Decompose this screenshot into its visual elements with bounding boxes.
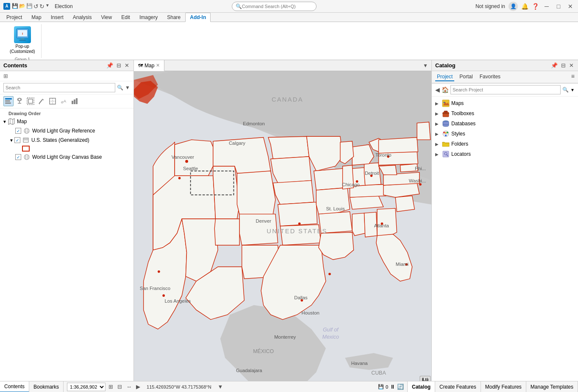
catalog-search-input[interactable]: [450, 85, 561, 94]
dropdown-btn[interactable]: ▼: [45, 3, 50, 10]
user-avatar[interactable]: 👤: [509, 2, 518, 11]
catalog-tab-portal[interactable]: Portal: [458, 73, 474, 81]
contents-toolbar: aA: [0, 94, 133, 108]
quick-access-btn2[interactable]: 📂: [19, 3, 25, 10]
tab-edit[interactable]: Edit: [117, 13, 135, 22]
toolboxes-expand-icon[interactable]: ▶: [435, 111, 440, 116]
catalog-back-btn[interactable]: ◀: [435, 86, 440, 93]
map-tab-close[interactable]: ✕: [156, 63, 160, 68]
wlgcb-icon: [23, 153, 31, 161]
contents-search-btn[interactable]: 🔍: [117, 85, 123, 91]
help-btn[interactable]: ❓: [532, 3, 539, 10]
databases-expand-icon[interactable]: ▶: [435, 121, 440, 126]
catalog-bottom-tab-modify[interactable]: Modify Features: [481, 381, 526, 392]
close-btn[interactable]: ✕: [566, 2, 575, 11]
maps-expand-icon[interactable]: ▶: [435, 101, 440, 106]
undo-btn[interactable]: ↺: [33, 3, 39, 10]
catalog-tab-menu[interactable]: ≡: [571, 73, 575, 81]
svg-point-91: [443, 132, 445, 133]
tab-insert[interactable]: Insert: [46, 13, 68, 22]
catalog-tab-project[interactable]: Project: [435, 73, 454, 81]
redo-btn[interactable]: ↻: [39, 3, 44, 10]
styles-expand-icon[interactable]: ▶: [435, 132, 440, 136]
map-tree-item[interactable]: ▼ Map: [0, 117, 133, 126]
contents-search-dropdown[interactable]: ▼: [125, 85, 130, 91]
toolboxes-icon: [442, 110, 450, 117]
layer-wlgcb[interactable]: World Light Gray Canvas Base: [0, 152, 133, 162]
notification-btn[interactable]: 🔔: [521, 3, 528, 10]
svg-point-28: [24, 128, 29, 133]
locators-expand-icon[interactable]: ▶: [435, 152, 440, 157]
layer-wlgr[interactable]: World Light Gray Reference: [0, 126, 133, 135]
catalog-search-dropdown[interactable]: ▼: [570, 88, 575, 92]
states-expand[interactable]: ▼: [8, 138, 14, 143]
scale-selector[interactable]: 1:36,268,902: [67, 383, 106, 391]
catalog-bottom-tab-manage[interactable]: Manage Templates: [526, 381, 578, 392]
wlgcb-label: World Light Gray Canvas Base: [32, 154, 102, 160]
tool-list-by-editing[interactable]: [36, 96, 47, 106]
catalog-pin-btn[interactable]: 📌: [550, 62, 559, 69]
catalog-search-bar: ◀ 🏠 🔍 ▼: [432, 83, 578, 97]
tab-addin[interactable]: Add-In: [185, 13, 211, 22]
map-expand[interactable]: ▼: [2, 119, 8, 124]
map-tab-dropdown[interactable]: ▼: [420, 63, 431, 69]
catalog-auto-hide-btn[interactable]: ⊟: [560, 62, 567, 69]
map-tool-btn4[interactable]: ▶: [135, 384, 142, 390]
tool-list-by-charts[interactable]: [69, 96, 80, 106]
coord-dropdown[interactable]: ▼: [217, 384, 225, 390]
contents-auto-hide-btn[interactable]: ⊟: [116, 62, 122, 69]
status-pause-btn[interactable]: ⏸: [390, 384, 395, 390]
quick-access-btn[interactable]: 💾: [12, 3, 18, 10]
command-search-input[interactable]: [242, 4, 310, 9]
catalog-close-btn[interactable]: ✕: [568, 62, 575, 69]
tab-view[interactable]: View: [96, 13, 117, 22]
wlgcb-checkbox[interactable]: [15, 154, 21, 160]
layer-wlgr-label: World Light Gray Reference: [32, 128, 95, 134]
tool-list-by-labeling[interactable]: aA: [58, 96, 69, 106]
popup-customized-btn[interactable]: i Pop-up (Customized): [7, 24, 38, 56]
catalog-item-toolboxes[interactable]: ▶ Toolboxes: [432, 108, 578, 119]
tool-list-by-source[interactable]: [14, 96, 25, 106]
layer-wlgr-checkbox[interactable]: [15, 128, 21, 134]
tab-project[interactable]: Project: [2, 13, 27, 22]
catalog-item-maps[interactable]: ▶ Maps: [432, 98, 578, 108]
states-checkbox[interactable]: [14, 137, 20, 143]
map-canvas[interactable]: CANADA Edmonton Calgary Vancouver Seattl…: [134, 71, 431, 381]
catalog-item-styles[interactable]: ▶ Styles: [432, 129, 578, 139]
filter-icon[interactable]: ⊞: [3, 73, 8, 79]
catalog-search-btn[interactable]: 🔍: [562, 87, 569, 93]
contents-close-btn[interactable]: ✕: [124, 62, 130, 69]
tool-list-by-snapping[interactable]: [47, 96, 58, 106]
command-search-box[interactable]: 🔍: [232, 2, 317, 11]
bottom-tab-contents[interactable]: Contents: [0, 381, 29, 392]
catalog-item-folders[interactable]: ▶ Folders: [432, 139, 578, 149]
tab-share[interactable]: Share: [162, 13, 185, 22]
map-tool-btn3[interactable]: ↔: [125, 384, 133, 390]
layer-usstates[interactable]: ▼ U.S. States (Generalized): [0, 135, 133, 145]
tool-list-by-selection[interactable]: [25, 96, 36, 106]
catalog-bottom-tab-create[interactable]: Create Features: [435, 381, 481, 392]
map-tool-btn1[interactable]: ⊞: [107, 384, 114, 390]
svg-rect-24: [76, 98, 78, 104]
minimize-btn[interactable]: ─: [542, 2, 551, 11]
catalog-bottom-tab-catalog[interactable]: Catalog: [408, 381, 435, 392]
folders-expand-icon[interactable]: ▶: [435, 142, 440, 146]
contents-search-input[interactable]: [3, 83, 115, 92]
tab-map[interactable]: Map: [27, 13, 46, 22]
catalog-item-databases[interactable]: ▶ Databases: [432, 119, 578, 129]
tab-analysis[interactable]: Analysis: [68, 13, 97, 22]
map-tab[interactable]: 🗺 Map ✕: [134, 60, 164, 71]
catalog-item-locators[interactable]: ▶ Locators: [432, 149, 578, 159]
quick-access-btn3[interactable]: 💾: [26, 3, 33, 10]
tab-imagery[interactable]: Imagery: [135, 13, 162, 22]
catalog-tab-favorites[interactable]: Favorites: [478, 73, 502, 81]
svg-rect-6: [5, 100, 10, 102]
status-refresh-btn[interactable]: 🔄: [397, 384, 404, 390]
bottom-tab-bookmarks[interactable]: Bookmarks: [29, 381, 64, 392]
maximize-btn[interactable]: □: [554, 2, 563, 11]
tool-list-by-drawing-order[interactable]: [3, 96, 14, 106]
map-tool-btn2[interactable]: ⊟: [116, 384, 123, 390]
svg-text:💾: 💾: [422, 378, 429, 381]
contents-pin-btn[interactable]: 📌: [106, 62, 114, 69]
databases-icon: [442, 120, 450, 127]
